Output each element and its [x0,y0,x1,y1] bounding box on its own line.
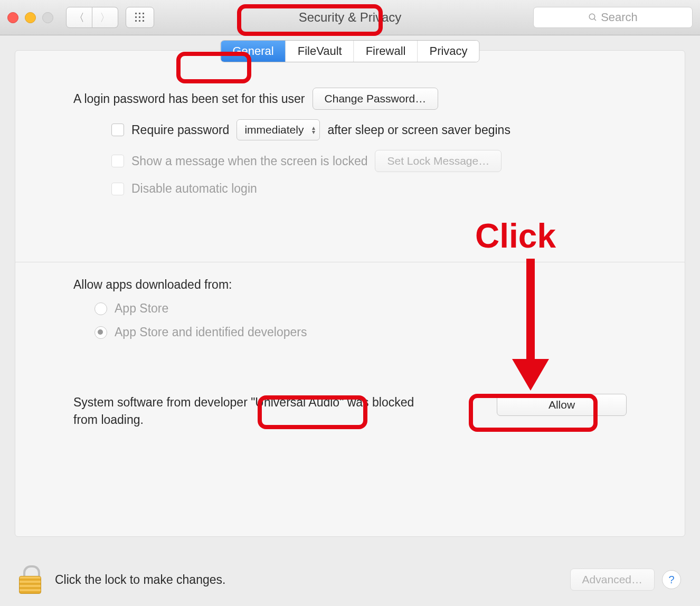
tab-filevault[interactable]: FileVault [286,41,354,62]
blocked-software-text: System software from developer "Universa… [73,394,432,429]
tab-privacy-label: Privacy [429,44,467,58]
set-lock-message-label: Set Lock Message… [387,155,489,167]
search-placeholder: Search [601,11,638,24]
lock-hint-text: Click the lock to make changes. [55,573,225,587]
show-lock-message-label: Show a message when the screen is locked [131,154,367,168]
advanced-button-label: Advanced… [582,573,642,586]
require-password-delay-value: immediately [244,124,304,136]
change-password-button[interactable]: Change Password… [313,88,439,110]
window-toolbar: 〈 〉 Security & Privacy Search [0,0,700,35]
require-password-delay-select[interactable]: immediately ▴▾ [237,119,320,140]
tab-bar: General FileVault Firewall Privacy [220,40,479,62]
chevron-right-icon: 〉 [100,11,110,25]
tab-firewall[interactable]: Firewall [354,41,418,62]
show-all-prefs-button[interactable] [126,7,154,28]
allow-apps-heading: Allow apps downloaded from: [73,278,232,292]
tab-privacy[interactable]: Privacy [418,41,479,62]
require-password-label: Require password [131,123,229,137]
search-icon [588,13,598,22]
minimize-window-icon[interactable] [25,12,36,23]
login-password-section: A login password has been set for this u… [73,88,627,205]
annotation-arrow-icon [507,259,554,391]
advanced-button: Advanced… [570,569,655,591]
svg-line-1 [594,18,596,21]
disable-auto-login-checkbox [111,183,124,195]
allow-button-label: Allow [548,399,575,411]
blocked-developer: "Universal Audio" [251,395,344,409]
disable-auto-login-label: Disable automatic login [131,182,257,196]
tab-general-label: General [232,44,273,58]
back-button[interactable]: 〈 [66,7,92,28]
preferences-panel: General FileVault Firewall Privacy A log… [15,50,685,537]
annotation-click-label: Click [475,216,556,255]
login-password-set-text: A login password has been set for this u… [73,92,305,106]
allow-identified-dev-radio [94,326,107,339]
tab-firewall-label: Firewall [366,44,406,58]
help-icon: ? [668,574,674,586]
footer: Click the lock to make changes. Advanced… [0,553,700,606]
set-lock-message-button: Set Lock Message… [375,150,502,172]
svg-marker-3 [512,359,549,391]
window-controls [7,12,53,23]
change-password-label: Change Password… [325,92,427,105]
allow-identified-dev-label: App Store and identified developers [115,325,307,339]
show-lock-message-checkbox [111,155,124,167]
section-divider [15,262,685,262]
grid-icon [134,12,146,23]
chevron-left-icon: 〈 [74,11,84,25]
zoom-window-icon [42,12,53,23]
blocked-software-section: System software from developer "Universa… [73,394,627,429]
updown-caret-icon: ▴▾ [312,126,315,134]
nav-buttons: 〈 〉 [66,7,118,28]
tab-general[interactable]: General [221,41,286,62]
allow-app-store-label: App Store [115,301,168,316]
close-window-icon[interactable] [7,12,18,23]
forward-button: 〉 [92,7,118,28]
require-password-suffix: after sleep or screen saver begins [327,123,510,137]
allow-app-store-radio [94,302,107,315]
tab-filevault-label: FileVault [298,44,342,58]
blocked-prefix: System software from developer [73,395,251,409]
help-button[interactable]: ? [662,570,681,589]
svg-point-0 [589,14,595,20]
require-password-checkbox[interactable] [111,124,124,136]
lock-icon[interactable] [19,565,42,594]
window-title: Security & Privacy [290,8,410,27]
allow-button[interactable]: Allow [497,394,627,416]
search-field[interactable]: Search [533,7,693,28]
